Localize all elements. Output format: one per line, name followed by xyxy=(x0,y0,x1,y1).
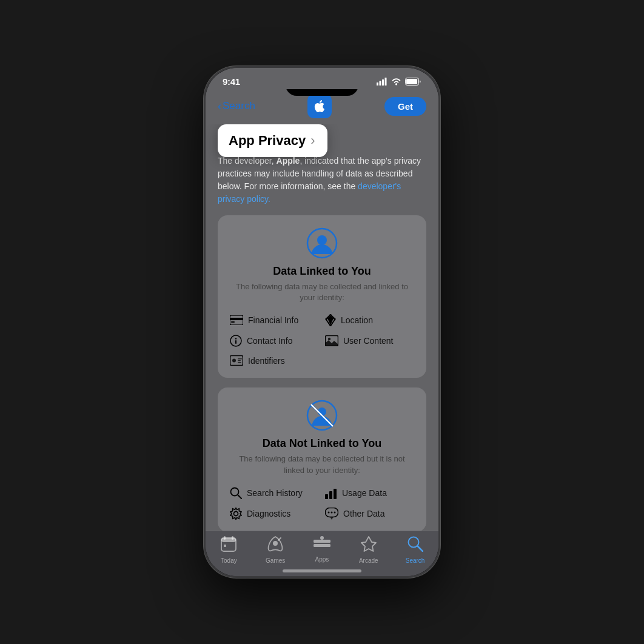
user-content-label: User Content xyxy=(343,336,393,346)
wifi-icon xyxy=(391,78,401,86)
svg-point-42 xyxy=(273,541,278,546)
gear-icon xyxy=(230,508,242,520)
arcade-icon xyxy=(361,536,377,555)
usage-data-label: Usage Data xyxy=(342,488,387,498)
svg-rect-40 xyxy=(232,536,233,540)
svg-line-28 xyxy=(238,495,241,498)
phone-screen: 9:41 xyxy=(206,68,438,576)
svg-rect-31 xyxy=(334,489,337,499)
svg-point-32 xyxy=(234,511,238,515)
svg-point-34 xyxy=(328,511,330,513)
identifiers-label: Identifiers xyxy=(248,356,285,366)
data-not-linked-desc: The following data may be collected but … xyxy=(230,454,414,475)
location-item: Location xyxy=(325,314,414,326)
volume-up-button[interactable] xyxy=(204,201,205,238)
volume-down-button[interactable] xyxy=(204,247,205,283)
power-button[interactable] xyxy=(439,201,440,250)
tab-games[interactable]: Games xyxy=(257,536,293,564)
svg-rect-18 xyxy=(230,356,243,366)
other-data-label: Other Data xyxy=(343,509,384,518)
data-not-linked-header: Data Not Linked to You The following dat… xyxy=(230,400,414,475)
search-tab-label: Search xyxy=(406,557,425,564)
data-not-linked-title: Data Not Linked to You xyxy=(263,437,381,450)
app-icon-nav xyxy=(307,94,332,118)
data-linked-icon xyxy=(306,227,338,259)
svg-rect-30 xyxy=(329,491,332,499)
signal-icon xyxy=(377,78,387,86)
usage-data-item: Usage Data xyxy=(325,487,414,499)
apple-logo-icon xyxy=(312,99,327,113)
location-label: Location xyxy=(341,315,373,325)
svg-rect-3 xyxy=(385,78,387,86)
privacy-policy-link[interactable]: developer's privacy policy. xyxy=(218,181,401,204)
svg-point-35 xyxy=(331,511,333,513)
privacy-description: The developer, Apple, indicated that the… xyxy=(218,155,426,206)
search-magnifier-icon xyxy=(230,487,242,499)
svg-point-36 xyxy=(334,511,336,513)
games-icon xyxy=(267,536,283,555)
location-icon xyxy=(325,314,336,326)
svg-rect-44 xyxy=(314,544,330,547)
tab-search[interactable]: Search xyxy=(397,536,434,564)
apps-label: Apps xyxy=(315,556,329,563)
data-linked-items: Financial Info Location xyxy=(230,314,414,366)
image-icon xyxy=(325,335,338,346)
svg-rect-20 xyxy=(238,358,242,360)
tab-apps[interactable]: Apps xyxy=(304,536,340,563)
info-circle-icon xyxy=(230,335,242,347)
content-area: App Privacy › The developer, Apple, indi… xyxy=(206,124,438,531)
svg-point-19 xyxy=(232,359,236,363)
phone-frame: 9:41 xyxy=(204,66,440,578)
contact-info-label: Contact Info xyxy=(247,336,293,346)
svg-rect-21 xyxy=(238,360,241,361)
identifiers-item: Identifiers xyxy=(230,355,319,366)
financial-info-label: Financial Info xyxy=(248,315,298,325)
svg-rect-15 xyxy=(235,340,236,344)
id-card-icon xyxy=(230,355,243,366)
svg-rect-2 xyxy=(382,79,384,86)
svg-point-45 xyxy=(320,536,324,540)
get-button[interactable]: Get xyxy=(384,97,426,116)
data-linked-desc: The following data may be collected and … xyxy=(230,281,414,303)
user-content-item: User Content xyxy=(325,335,414,347)
scroll-content: The developer, Apple, indicated that the… xyxy=(206,155,438,531)
svg-point-8 xyxy=(317,235,327,245)
svg-line-47 xyxy=(417,546,423,552)
app-privacy-card[interactable]: App Privacy › xyxy=(218,124,327,157)
app-privacy-title: App Privacy xyxy=(229,133,306,149)
apps-icon xyxy=(314,536,330,554)
data-linked-card: Data Linked to You The following data ma… xyxy=(218,215,426,378)
svg-rect-41 xyxy=(224,545,226,547)
dots-bubble-icon xyxy=(325,508,338,520)
back-label: Search xyxy=(223,100,255,112)
person-circle-icon xyxy=(306,227,338,259)
svg-point-14 xyxy=(235,338,236,340)
diagnostics-label: Diagnostics xyxy=(247,509,290,518)
diagnostics-item: Diagnostics xyxy=(230,508,319,520)
home-indicator xyxy=(283,569,361,572)
svg-point-4 xyxy=(395,84,397,86)
today-icon xyxy=(221,536,236,555)
data-linked-header: Data Linked to You The following data ma… xyxy=(230,227,414,303)
battery-icon xyxy=(405,78,421,86)
search-tab-icon xyxy=(408,536,423,555)
app-privacy-chevron-icon: › xyxy=(310,133,315,149)
bar-chart-icon xyxy=(325,487,337,499)
search-history-label: Search History xyxy=(247,488,303,498)
back-chevron-icon: ‹ xyxy=(218,100,221,113)
financial-info-item: Financial Info xyxy=(230,314,319,326)
games-label: Games xyxy=(266,557,285,564)
data-not-linked-icon xyxy=(306,400,338,431)
other-data-item: Other Data xyxy=(325,508,414,520)
back-button[interactable]: ‹ Search xyxy=(218,100,255,113)
svg-rect-10 xyxy=(230,318,243,320)
svg-rect-39 xyxy=(224,536,226,540)
tab-today[interactable]: Today xyxy=(210,536,247,564)
svg-rect-11 xyxy=(231,321,235,323)
credit-card-icon xyxy=(230,315,243,325)
data-not-linked-items: Search History Usage Data xyxy=(230,487,414,520)
status-bar: 9:41 xyxy=(206,68,438,89)
search-history-item: Search History xyxy=(230,487,319,499)
svg-rect-29 xyxy=(325,494,328,499)
tab-arcade[interactable]: Arcade xyxy=(351,536,387,564)
